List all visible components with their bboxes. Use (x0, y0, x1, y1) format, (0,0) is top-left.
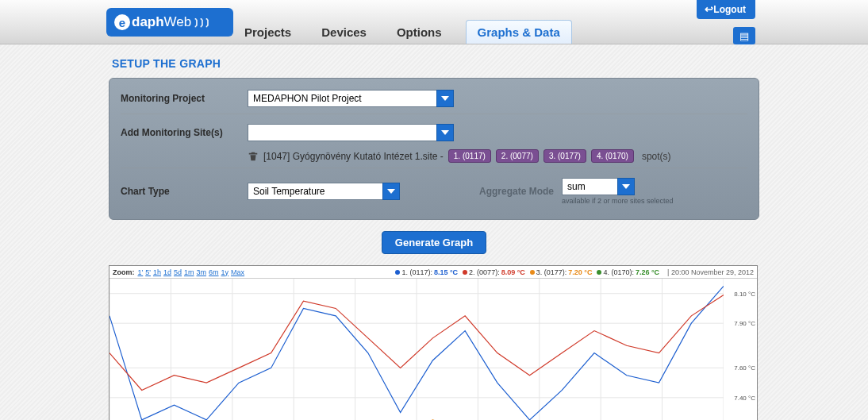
y-tick: 7.40 °C (734, 394, 755, 401)
zoom-level-1'[interactable]: 1' (138, 268, 144, 276)
project-select-toggle[interactable] (436, 90, 454, 107)
zoom-label: Zoom: (113, 268, 135, 276)
aggregate-select-toggle[interactable] (617, 178, 635, 195)
main-nav: Projects Devices Options Graphs & Data (238, 18, 572, 44)
add-site-select[interactable] (248, 124, 436, 141)
nav-devices[interactable]: Devices (315, 21, 373, 44)
top-bar: edaphWeb⟯⟯⟯ Projects Devices Options Gra… (0, 0, 868, 44)
spots-suffix: spot(s) (642, 151, 671, 162)
zoom-level-1h[interactable]: 1h (153, 268, 161, 276)
legend-item: 2. (0077): 8.09 °C (463, 268, 525, 276)
spot-chip[interactable]: 2. (0077) (496, 149, 539, 163)
chart-y-axis: 7.20 °C7.40 °C7.60 °C7.90 °C8.10 °C (724, 279, 757, 420)
chart-timestamp: | 20:00 November 29, 2012 (667, 268, 754, 276)
logout-button[interactable]: Logout (697, 0, 755, 19)
chart-plot[interactable] (109, 279, 724, 420)
graph-setup-panel: Monitoring Project Add Monitoring Site(s… (109, 78, 759, 220)
chevron-down-icon (441, 129, 449, 137)
legend-item: 1. (0117): 8.15 °C (395, 268, 458, 276)
aggregate-select[interactable] (562, 178, 617, 195)
panel-icon: ▤ (739, 30, 749, 42)
chart-type-select[interactable] (248, 183, 382, 200)
chevron-down-icon (387, 187, 395, 195)
zoom-level-3m[interactable]: 3m (197, 268, 207, 276)
chart-type-label: Chart Type (121, 186, 240, 197)
legend-dot-icon (463, 270, 467, 275)
chevron-down-icon (441, 94, 449, 102)
add-site-label: Add Monitoring Site(s) (121, 127, 240, 138)
zoom-level-6m[interactable]: 6m (209, 268, 219, 276)
project-label: Monitoring Project (121, 93, 240, 104)
add-site-select-toggle[interactable] (436, 124, 454, 141)
aggregate-label: Aggregate Mode (479, 186, 554, 197)
nav-projects[interactable]: Projects (238, 21, 298, 44)
zoom-level-1y[interactable]: 1y (221, 268, 229, 276)
y-tick: 7.60 °C (734, 364, 755, 372)
app-logo[interactable]: edaphWeb⟯⟯⟯ (106, 8, 233, 37)
chart-legend: 1. (0117): 8.15 °C2. (0077): 8.09 °C3. (… (395, 268, 754, 276)
panel-toggle-button[interactable]: ▤ (733, 27, 755, 44)
nav-options[interactable]: Options (390, 21, 448, 44)
y-tick: 7.90 °C (734, 320, 755, 327)
chart-container: Zoom: 1'5'1h1d5d1m3m6m1yMax 1. (0117): 8… (109, 265, 758, 420)
zoom-level-Max[interactable]: Max (231, 268, 244, 276)
zoom-level-1m[interactable]: 1m (184, 268, 194, 276)
legend-item: 3. (0177): 7.20 °C (530, 268, 593, 276)
y-tick: 8.10 °C (734, 290, 755, 297)
legend-dot-icon (530, 270, 535, 275)
chevron-down-icon (622, 183, 630, 191)
trash-icon[interactable] (248, 151, 259, 162)
zoom-level-1d[interactable]: 1d (163, 268, 171, 276)
spot-chip[interactable]: 4. (0170) (591, 149, 634, 163)
wifi-icon: ⟯⟯⟯ (194, 16, 211, 29)
page-title: SETUP THE GRAPH (109, 52, 759, 78)
site-name: [1047] Gyógynövény Kutató Intézet 1.site… (263, 151, 444, 162)
legend-item: 4. (0170): 7.26 °C (597, 268, 659, 276)
spot-chip[interactable]: 3. (0177) (543, 149, 586, 163)
generate-graph-button[interactable]: Generate Graph (382, 231, 486, 254)
chart-type-select-toggle[interactable] (382, 183, 400, 200)
chart-toolbar: Zoom: 1'5'1h1d5d1m3m6m1yMax 1. (0117): 8… (109, 266, 757, 279)
legend-dot-icon (597, 270, 601, 275)
project-select[interactable] (248, 90, 436, 107)
zoom-level-5d[interactable]: 5d (174, 268, 182, 276)
spot-chip[interactable]: 1. (0117) (448, 149, 491, 163)
aggregate-note: available if 2 or more sites selected (562, 197, 674, 205)
nav-graphs-data[interactable]: Graphs & Data (466, 20, 572, 44)
legend-dot-icon (395, 270, 400, 275)
zoom-level-5'[interactable]: 5' (145, 268, 151, 276)
site-entry: [1047] Gyógynövény Kutató Intézet 1.site… (121, 144, 747, 164)
